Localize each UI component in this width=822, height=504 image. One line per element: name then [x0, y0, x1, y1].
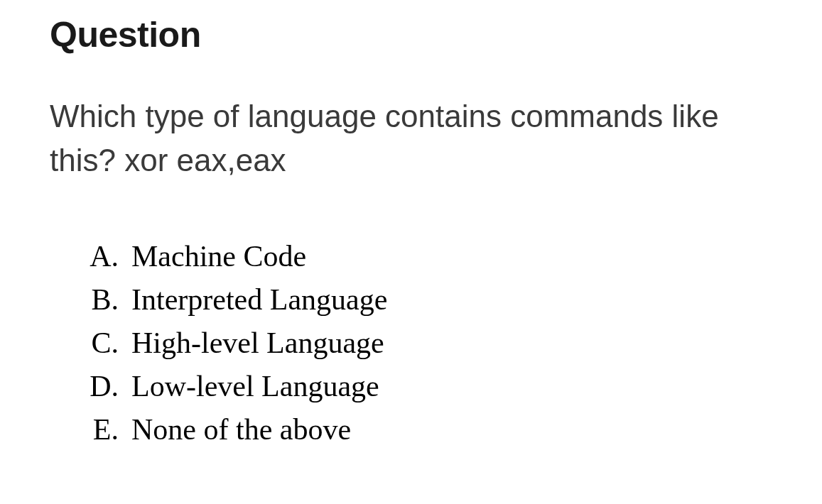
option-letter: B.: [78, 278, 131, 322]
option-item: C. High-level Language: [78, 322, 772, 365]
question-heading: Question: [50, 14, 772, 55]
option-text: Interpreted Language: [131, 278, 387, 322]
option-item: E. None of the above: [78, 408, 772, 451]
question-prompt: Which type of language contains commands…: [50, 94, 772, 182]
option-letter: E.: [78, 408, 131, 451]
option-text: None of the above: [131, 408, 351, 451]
option-text: High-level Language: [131, 322, 384, 365]
option-letter: D.: [78, 365, 131, 408]
options-list: A. Machine Code B. Interpreted Language …: [50, 235, 772, 451]
option-item: D. Low-level Language: [78, 365, 772, 408]
option-item: A. Machine Code: [78, 235, 772, 278]
option-item: B. Interpreted Language: [78, 278, 772, 322]
option-letter: C.: [78, 322, 131, 365]
option-letter: A.: [78, 235, 131, 278]
option-text: Low-level Language: [131, 365, 379, 408]
option-text: Machine Code: [131, 235, 306, 278]
